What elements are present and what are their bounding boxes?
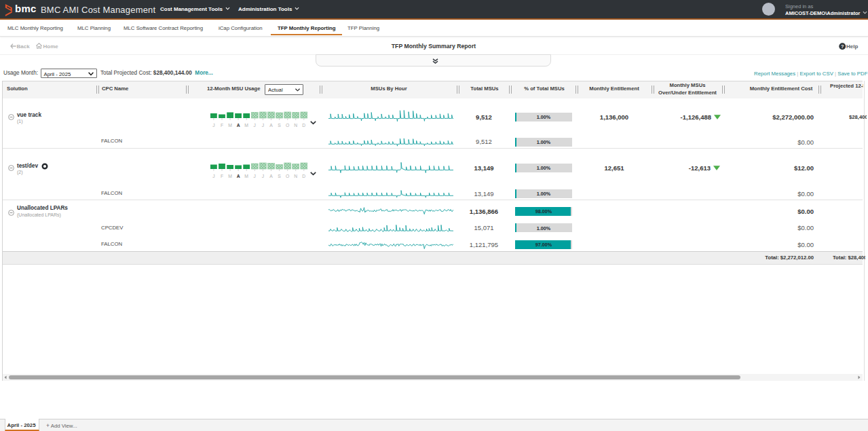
svg-text:F: F — [221, 173, 223, 178]
svg-text:O: O — [286, 173, 289, 178]
svg-text:M: M — [228, 122, 232, 127]
svg-text:J: J — [254, 122, 256, 127]
svg-text:J: J — [262, 122, 264, 127]
svg-text:M: M — [244, 122, 248, 127]
svg-text:D: D — [302, 122, 305, 127]
svg-text:A: A — [269, 173, 273, 178]
svg-text:M: M — [244, 173, 248, 178]
svg-text:S: S — [278, 122, 281, 127]
svg-text:J: J — [212, 122, 214, 127]
svg-text:A: A — [237, 173, 240, 178]
svg-text:J: J — [254, 173, 256, 178]
svg-text:O: O — [286, 122, 289, 127]
svg-text:?: ? — [841, 43, 844, 50]
svg-text:A: A — [237, 122, 240, 127]
svg-text:M: M — [228, 173, 232, 178]
svg-text:N: N — [294, 173, 297, 178]
svg-text:D: D — [302, 173, 305, 178]
svg-text:S: S — [278, 173, 281, 178]
svg-text:F: F — [221, 122, 223, 127]
svg-text:A: A — [269, 122, 273, 127]
svg-text:N: N — [294, 122, 297, 127]
svg-text:J: J — [262, 173, 264, 178]
svg-text:J: J — [212, 173, 214, 178]
